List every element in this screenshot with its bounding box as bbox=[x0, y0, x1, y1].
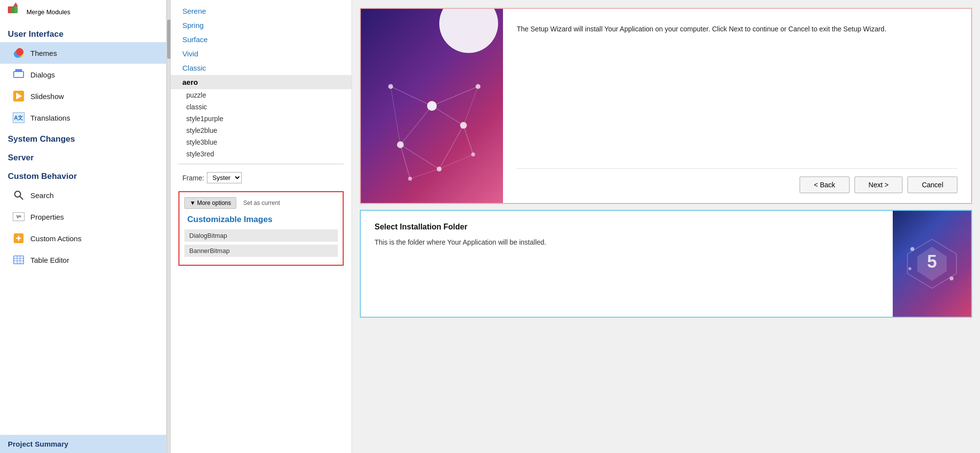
sidebar-item-project-summary[interactable]: Project Summary bbox=[0, 435, 166, 453]
sidebar-item-themes[interactable]: Themes bbox=[0, 42, 166, 64]
project-summary-label: Project Summary bbox=[8, 440, 68, 448]
themes-label: Themes bbox=[30, 49, 57, 57]
wizard-bottom-svg: 5 bbox=[903, 234, 961, 293]
svg-rect-3 bbox=[14, 256, 24, 264]
more-options-arrow: ▼ bbox=[190, 200, 196, 206]
translations-icon: A文 bbox=[12, 111, 25, 125]
divider-1 bbox=[178, 164, 344, 164]
wizard-image-top bbox=[361, 9, 503, 203]
theme-style2blue[interactable]: style2blue bbox=[171, 125, 352, 136]
more-options-button[interactable]: ▼ More options bbox=[184, 197, 236, 209]
theme-style3red[interactable]: style3red bbox=[171, 148, 352, 160]
wizard-panel-top: The Setup Wizard will install Your Appli… bbox=[360, 8, 972, 204]
svg-line-19 bbox=[432, 86, 478, 106]
theme-surface[interactable]: Surface bbox=[171, 32, 352, 47]
sidebar-item-properties[interactable]: V= Properties bbox=[0, 206, 166, 227]
next-button[interactable]: Next > bbox=[854, 176, 903, 193]
frame-select[interactable]: Syster bbox=[207, 172, 242, 183]
themes-icon bbox=[12, 46, 25, 60]
svg-line-23 bbox=[439, 126, 464, 169]
frame-label: Frame: bbox=[182, 174, 204, 182]
sidebar-item-table-editor[interactable]: Table Editor bbox=[0, 249, 166, 271]
theme-classic[interactable]: Classic bbox=[171, 61, 352, 75]
set-as-current-label: Set as current bbox=[243, 200, 280, 206]
svg-line-1 bbox=[20, 197, 23, 200]
dialog-bitmap-label: DialogBitmap bbox=[189, 232, 227, 239]
svg-line-16 bbox=[401, 106, 432, 145]
customizable-images-section: ▼ More options Set as current Customizab… bbox=[178, 191, 344, 266]
svg-line-25 bbox=[463, 86, 478, 125]
svg-point-32 bbox=[950, 277, 954, 280]
dialogs-icon bbox=[12, 68, 25, 81]
sidebar-scrollbar[interactable] bbox=[167, 0, 171, 453]
customizable-images-title: Customizable Images bbox=[184, 215, 338, 225]
custom-actions-label: Custom Actions bbox=[30, 234, 81, 243]
theme-style3blue[interactable]: style3blue bbox=[171, 136, 352, 148]
merge-modules-icon bbox=[8, 5, 22, 19]
theme-serene[interactable]: Serene bbox=[171, 4, 352, 18]
theme-spring[interactable]: Spring bbox=[171, 18, 352, 32]
right-area: The Setup Wizard will install Your Appli… bbox=[352, 0, 980, 453]
image-item-banner-bitmap[interactable]: BannerBitmap bbox=[184, 245, 338, 257]
dialogs-label: Dialogs bbox=[30, 71, 55, 79]
wizard-bottom-image: 5 bbox=[893, 211, 971, 317]
svg-point-31 bbox=[910, 247, 914, 251]
wizard-bottom-title: Select Installation Folder bbox=[375, 223, 879, 231]
sidebar-section-user-interface: User Interface bbox=[0, 24, 166, 42]
table-editor-icon bbox=[12, 253, 25, 267]
image-item-dialog-bitmap[interactable]: DialogBitmap bbox=[184, 229, 338, 242]
search-icon bbox=[12, 188, 25, 202]
slideshow-label: Slideshow bbox=[30, 92, 64, 101]
sidebar-item-merge-modules[interactable]: Merge Modules bbox=[0, 0, 166, 24]
sidebar-item-search[interactable]: Search bbox=[0, 184, 166, 206]
sidebar-item-translations[interactable]: A文 Translations bbox=[0, 107, 166, 128]
sidebar: Merge Modules User Interface Themes Dial… bbox=[0, 0, 167, 453]
set-as-current-button[interactable]: Set as current bbox=[240, 197, 283, 209]
properties-label: Properties bbox=[30, 213, 64, 221]
sidebar-section-system-changes: System Changes bbox=[0, 128, 166, 147]
svg-point-11 bbox=[388, 84, 393, 89]
wizard-panel-bottom: × Select Installation Folder This is the… bbox=[360, 210, 972, 318]
sidebar-merge-modules-label: Merge Modules bbox=[26, 8, 71, 16]
wizard-bottom-content: Select Installation Folder This is the f… bbox=[361, 211, 893, 317]
sidebar-item-dialogs[interactable]: Dialogs bbox=[0, 64, 166, 85]
sidebar-section-server: Server bbox=[0, 147, 166, 166]
sidebar-item-slideshow[interactable]: Slideshow bbox=[0, 85, 166, 107]
slideshow-icon bbox=[12, 89, 25, 103]
svg-line-22 bbox=[463, 126, 473, 154]
svg-line-24 bbox=[391, 86, 401, 145]
wizard-network-svg bbox=[361, 9, 503, 203]
wizard-bottom-text: This is the folder where Your Applicatio… bbox=[375, 238, 879, 246]
theme-style1purple[interactable]: style1purple bbox=[171, 113, 352, 125]
theme-classic-plain[interactable]: classic bbox=[171, 101, 352, 113]
back-button[interactable]: < Back bbox=[800, 176, 849, 193]
table-editor-label: Table Editor bbox=[30, 256, 69, 264]
more-options-label: More options bbox=[197, 200, 231, 206]
sidebar-section-custom-behavior: Custom Behavior bbox=[0, 166, 166, 184]
banner-bitmap-label: BannerBitmap bbox=[189, 247, 229, 254]
svg-point-0 bbox=[15, 191, 21, 197]
options-row: ▼ More options Set as current bbox=[184, 197, 338, 209]
theme-aero-selected[interactable]: aero bbox=[171, 75, 352, 89]
svg-line-18 bbox=[391, 86, 432, 106]
middle-panel: Serene Spring Surface Vivid Classic aero… bbox=[171, 0, 352, 453]
theme-vivid[interactable]: Vivid bbox=[171, 47, 352, 61]
svg-line-17 bbox=[432, 106, 463, 126]
wizard-buttons: < Back Next > Cancel bbox=[517, 168, 957, 193]
translations-label: Translations bbox=[30, 114, 70, 122]
svg-point-33 bbox=[908, 267, 911, 270]
wizard-description: The Setup Wizard will install Your Appli… bbox=[517, 24, 957, 34]
cancel-button[interactable]: Cancel bbox=[907, 176, 957, 193]
svg-line-26 bbox=[410, 169, 439, 179]
search-label: Search bbox=[30, 191, 54, 200]
wizard-content-top: The Setup Wizard will install Your Appli… bbox=[503, 9, 971, 203]
custom-actions-icon bbox=[12, 231, 25, 245]
svg-line-27 bbox=[439, 154, 473, 169]
theme-puzzle[interactable]: puzzle bbox=[171, 89, 352, 101]
frame-row: Frame: Syster bbox=[171, 168, 352, 187]
properties-icon: V= bbox=[12, 210, 25, 224]
svg-point-15 bbox=[471, 152, 475, 156]
sidebar-item-custom-actions[interactable]: Custom Actions bbox=[0, 227, 166, 249]
svg-text:5: 5 bbox=[927, 252, 937, 272]
